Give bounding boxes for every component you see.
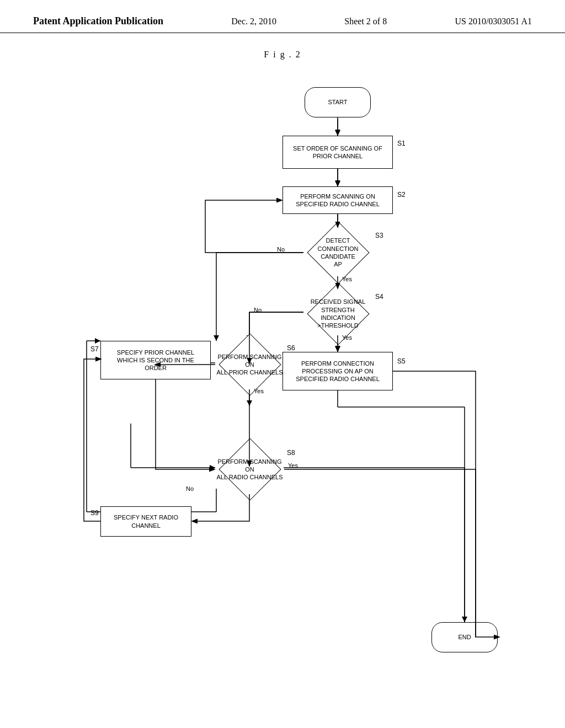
s8-diamond-text: PERFORM SCANNING ON ALL RADIO CHANNELS	[215, 458, 284, 481]
s2-process: PERFORM SCANNING ON SPECIFIED RADIO CHAN…	[282, 186, 393, 214]
s3-yes-label: Yes	[342, 276, 352, 282]
svg-marker-19	[462, 617, 467, 622]
svg-marker-23	[247, 400, 252, 406]
flowchart: START SET ORDER OF SCANNING OF PRIOR CHA…	[45, 71, 520, 666]
s6-diamond-wrap: PERFORM SCANNING ON ALL PRIOR CHANNELS	[215, 340, 284, 389]
start-terminal: START	[305, 87, 371, 117]
s1-label: S1	[397, 140, 406, 147]
s4-diamond-wrap: RECEIVED SIGNAL STRENGTH INDICATION >THR…	[303, 289, 372, 339]
s1-process: SET ORDER OF SCANNING OF PRIOR CHANNEL	[282, 136, 393, 169]
end-terminal: END	[431, 622, 498, 652]
s3-diamond-wrap: DETECT CONNECTION CANDIDATE AP	[303, 228, 372, 277]
svg-marker-12	[335, 346, 340, 352]
s3-no-label: No	[277, 246, 285, 253]
s8-no-label: No	[186, 485, 194, 492]
svg-marker-26	[210, 465, 215, 470]
s4-label: S4	[375, 293, 383, 301]
s5-label: S5	[397, 357, 406, 365]
s7-process: SPECIFY PRIOR CHANNEL WHICH IS SECOND IN…	[100, 341, 211, 379]
svg-marker-3	[335, 181, 340, 186]
s2-label: S2	[397, 191, 406, 199]
s8-label: S8	[287, 449, 295, 457]
s6-diamond-text: PERFORM SCANNING ON ALL PRIOR CHANNELS	[215, 353, 284, 377]
figure-label: F i g . 2	[0, 50, 565, 60]
s8-diamond-wrap: PERFORM SCANNING ON ALL RADIO CHANNELS	[215, 445, 284, 494]
s6-label: S6	[287, 344, 295, 352]
s9-process: SPECIFY NEXT RADIO CHANNEL	[100, 506, 191, 537]
s4-diamond-text: RECEIVED SIGNAL STRENGTH INDICATION >THR…	[303, 298, 372, 329]
s5-process: PERFORM CONNECTION PROCESSING ON AP ON S…	[282, 352, 393, 390]
page-header: Patent Application Publication Dec. 2, 2…	[0, 0, 565, 33]
publication-label: Patent Application Publication	[33, 15, 163, 27]
date-label: Dec. 2, 2010	[231, 17, 276, 26]
s6-yes-label: Yes	[254, 388, 264, 394]
svg-marker-35	[95, 338, 100, 344]
s3-diamond-text: DETECT CONNECTION CANDIDATE AP	[303, 237, 372, 268]
svg-marker-1	[335, 130, 340, 136]
sheet-label: Sheet 2 of 8	[344, 17, 387, 26]
s4-no-label: No	[254, 307, 262, 313]
s4-yes-label: Yes	[342, 334, 352, 341]
s9-label: S9	[90, 509, 99, 517]
s7-label: S7	[90, 345, 99, 353]
patent-number: US 2010/0303051 A1	[455, 17, 532, 26]
s3-label: S3	[375, 232, 383, 239]
s8-yes-label: Yes	[288, 462, 298, 469]
